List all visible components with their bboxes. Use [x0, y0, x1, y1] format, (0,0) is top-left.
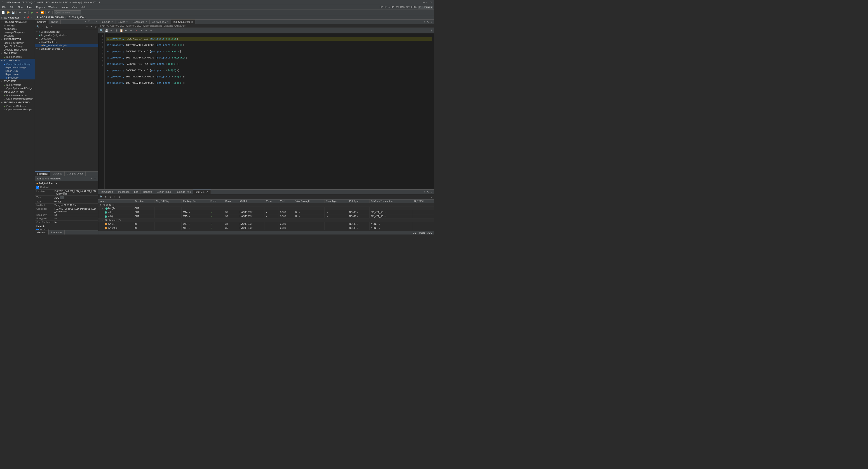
nav-open-hardware-manager[interactable]: ▷Open Hardware Manager	[0, 108, 35, 111]
ed-copy[interactable]: ⎘	[114, 28, 119, 33]
sources-help[interactable]: ?	[84, 20, 87, 23]
nav-report-methodology[interactable]: Report Methodology	[0, 66, 35, 69]
pgm-header[interactable]: ▼ PROGRAM AND DEBUG	[0, 101, 35, 104]
nav-create-block-design[interactable]: Create Block Design	[0, 41, 35, 45]
tab-package[interactable]: Package ✕	[98, 20, 116, 24]
menu-layout[interactable]: Layout	[59, 5, 70, 9]
type-edit-btn[interactable]: ···	[60, 196, 64, 199]
sources-expand-btn[interactable]: ⊞	[45, 25, 49, 29]
ed-gear[interactable]: ⚙	[430, 29, 433, 33]
col-in-term[interactable]: IN_TERM	[412, 200, 434, 203]
tab-io-ports[interactable]: I/O Ports ✕	[193, 190, 211, 194]
menu-reports[interactable]: Reports	[35, 5, 46, 9]
tab-general[interactable]: General	[35, 230, 49, 234]
io-planning-btn[interactable]: I/O Planning	[418, 6, 433, 8]
sources-gear-btn[interactable]: ⚙	[94, 25, 97, 29]
code-editor[interactable]: 1 2 3 4 5 6 7 8 9 set_property PACKAGE_P…	[98, 33, 434, 189]
col-drive[interactable]: Drive Strength	[293, 200, 324, 203]
col-vcco[interactable]: Vcco	[265, 200, 279, 203]
enabled-checkbox[interactable]	[36, 186, 39, 189]
menu-edit[interactable]: Edit	[8, 5, 16, 9]
tab-reports[interactable]: Reports	[141, 190, 154, 194]
bottom-max[interactable]: □	[430, 190, 433, 193]
close-button[interactable]: ✕	[430, 1, 432, 4]
col-neg-diff[interactable]: Neg Diff Tag	[155, 200, 182, 203]
nav-schematic[interactable]: ⊞Schematic	[0, 76, 35, 79]
nav-run-simulation[interactable]: ▶Run Simulation	[0, 55, 35, 59]
tab-led-twinkle-v[interactable]: led_twinkle.v ✕	[150, 20, 171, 24]
tab-sources[interactable]: Sources	[35, 20, 49, 24]
nav-settings[interactable]: ⚙Settings	[0, 24, 35, 27]
nav-open-elaborated-design[interactable]: ▶Open Elaborated Design	[0, 63, 35, 66]
nav-run-synthesis[interactable]: ▶Run Synthesis	[0, 83, 35, 87]
flow-nav-pin[interactable]: 📌	[26, 16, 30, 19]
tab-tcl-console[interactable]: Tcl Console	[98, 190, 116, 194]
nav-ip-catalog[interactable]: IP Catalog	[0, 34, 35, 37]
nav-report-drc[interactable]: Report DRC	[0, 69, 35, 73]
synthesis-header[interactable]: ▼ SYNTHESIS	[0, 79, 35, 83]
ed-redo[interactable]: ↪	[129, 28, 133, 33]
sources-check-2[interactable]: ●	[90, 25, 94, 29]
flow-nav-close[interactable]: ✕	[30, 16, 33, 19]
menu-help[interactable]: Help	[80, 5, 87, 9]
ip-integrator-header[interactable]: ▼ IP INTEGRATOR	[0, 37, 35, 41]
maximize-button[interactable]: □	[427, 1, 428, 4]
sources-max[interactable]: □	[91, 20, 94, 23]
tab-hierarchy[interactable]: Hierarchy	[35, 171, 51, 176]
nav-open-block-design[interactable]: Open Block Design	[0, 45, 35, 48]
ed-delete[interactable]: ✕	[134, 28, 138, 33]
tree-constraints[interactable]: ▼ □ Constraints (1)	[35, 37, 98, 40]
col-fixed[interactable]: Fixed	[209, 200, 224, 203]
io-search-btn[interactable]: 🔍	[99, 195, 103, 199]
rtl-header[interactable]: ▼ RTL ANALYSIS	[0, 59, 35, 63]
schematic-tab-close[interactable]: ✕	[145, 21, 147, 23]
quick-access-search[interactable]	[54, 10, 81, 14]
tree-xdc-file[interactable]: ■ led_twinkle.xdc (target)	[35, 44, 98, 47]
simulation-header[interactable]: ▼ SIMULATION	[0, 52, 35, 55]
nav-add-sources[interactable]: Add Sources	[0, 27, 35, 31]
nav-open-implemented-design[interactable]: ▷Open Implemented Design	[0, 97, 35, 101]
sources-close[interactable]: ✕	[94, 20, 98, 23]
editor-max[interactable]: □	[430, 20, 433, 24]
tab-messages[interactable]: Messages	[116, 190, 132, 194]
bottom-float[interactable]: ⇱	[426, 190, 430, 193]
sfp-close[interactable]: ✕	[94, 177, 97, 180]
tab-led-twinkle-xdc[interactable]: led_twinkle.xdc ✕	[171, 20, 196, 24]
menu-file[interactable]: File	[1, 5, 8, 9]
xdc-tab-close[interactable]: ✕	[191, 21, 193, 23]
device-tab-close[interactable]: ✕	[126, 21, 128, 23]
nav-generate-block-design[interactable]: Generate Block Design	[0, 48, 35, 52]
sfp-help[interactable]: ?	[90, 177, 93, 180]
package-tab-close[interactable]: ✕	[111, 21, 113, 23]
tab-compile-order[interactable]: Compile Order	[65, 171, 86, 176]
col-bank[interactable]: Bank	[224, 200, 238, 203]
ed-undo[interactable]: ↩	[124, 28, 129, 33]
undo-btn[interactable]: ↩	[18, 10, 22, 15]
col-direction[interactable]: Direction	[133, 200, 155, 203]
tab-package-pins[interactable]: Package Pins	[173, 190, 193, 194]
tree-design-sources[interactable]: ▼ □ Design Sources (1)	[35, 30, 98, 34]
io-gear-btn[interactable]: ⚙	[430, 195, 433, 199]
sources-collapse-btn[interactable]: ≡	[40, 25, 44, 29]
tab-properties[interactable]: Properties	[49, 230, 65, 234]
code-content[interactable]: set_property PACKAGE_PIN U18 [get_ports …	[104, 33, 434, 189]
run-btn[interactable]: ▶	[30, 10, 34, 15]
ed-format[interactable]: ≡	[144, 28, 149, 33]
tab-design-runs[interactable]: Design Runs	[154, 190, 173, 194]
ed-goto[interactable]: →	[149, 28, 153, 33]
open-btn[interactable]: 📂	[6, 10, 10, 15]
tab-netlist[interactable]: Netlist	[49, 20, 61, 24]
io-expand-btn[interactable]: ⊕	[108, 195, 112, 199]
menu-flow[interactable]: Flow	[17, 5, 24, 9]
tab-device[interactable]: Device ✕	[116, 20, 131, 24]
project-manager-header[interactable]: ▼ PROJECT MANAGER	[0, 20, 35, 24]
save-btn[interactable]: 💾	[11, 10, 16, 15]
tab-libraries[interactable]: Libraries	[51, 171, 65, 176]
sources-add-btn[interactable]: +	[50, 25, 54, 29]
col-io-std[interactable]: I/O Std	[238, 200, 265, 203]
ltv-tab-close[interactable]: ✕	[167, 21, 169, 23]
nav-language-templates[interactable]: Language Templates	[0, 31, 35, 34]
io-ports-tab-close[interactable]: ✕	[206, 191, 208, 193]
step-btn[interactable]: ⏩	[40, 10, 44, 15]
nav-open-synthesized-design[interactable]: ▷Open Synthesized Design	[0, 87, 35, 90]
